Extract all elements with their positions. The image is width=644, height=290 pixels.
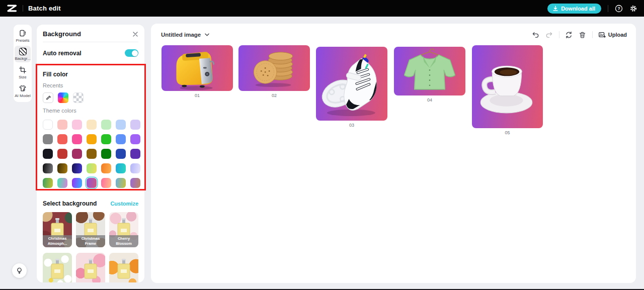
theme-color-r2-c7[interactable] [130,134,140,144]
card-gradient-background [316,47,387,121]
upload-image-icon [598,31,606,39]
toolbar-separator [559,31,559,38]
sidebar-item-label: Size [19,75,27,79]
background-presets: Christmas Atmosph...Christmas FrameCherr… [43,212,138,282]
divider [43,64,138,64]
card-label: 03 [316,123,387,128]
settings-gear-icon[interactable] [629,5,637,13]
reset-loop-icon[interactable] [565,31,573,39]
theme-color-r5-c1[interactable] [43,178,53,188]
topbar-separator [608,5,608,12]
auto-removal-toggle[interactable] [125,49,138,57]
theme-color-r2-c2[interactable] [57,134,67,144]
size-crop-icon [19,66,27,74]
undo-icon[interactable] [532,31,540,39]
theme-color-r4-c6[interactable] [116,163,126,173]
upload-button[interactable]: Upload [598,31,627,39]
download-icon [552,6,558,12]
theme-color-r2-c5[interactable] [101,134,111,144]
toggle-knob [132,50,138,56]
theme-color-r2-c6[interactable] [116,134,126,144]
app-title: Batch edit [28,5,61,12]
image-card-cookies[interactable]: 02 [238,45,310,91]
tools-sidebar: Presets Backgr... Size AI AI Model [14,25,32,102]
theme-color-r4-c1[interactable] [43,163,53,173]
theme-color-r3-c2[interactable] [57,149,67,159]
transparent-swatch[interactable] [73,92,84,103]
download-all-label: Download all [561,6,595,12]
theme-color-r2-c1[interactable] [43,134,53,144]
theme-color-r2-c4[interactable] [87,134,97,144]
fill-color-title: Fill color [43,71,138,78]
theme-color-r4-c5[interactable] [101,163,111,173]
presets-icon [19,29,27,37]
trash-icon[interactable] [579,31,587,39]
background-preset-orange-flowers[interactable] [109,253,138,282]
background-preset-christmas-frame[interactable]: Christmas Frame [76,212,105,247]
theme-color-r3-c5[interactable] [101,149,111,159]
theme-color-r1-c2[interactable] [57,120,67,130]
sidebar-item-ai-model[interactable]: AI AI Model [15,82,31,100]
theme-color-r1-c4[interactable] [87,120,97,130]
theme-color-r5-c3[interactable] [72,178,82,188]
topbar-divider [23,5,23,12]
download-all-button[interactable]: Download all [547,4,601,14]
theme-color-r1-c3[interactable] [72,120,82,130]
toolbar-separator [592,31,593,38]
sidebar-item-background[interactable]: Backgr... [15,46,31,62]
sidebar-item-presets[interactable]: Presets [15,27,31,44]
sidebar-item-label: AI Model [15,93,31,98]
svg-text:?: ? [617,6,620,11]
rainbow-gradient-swatch[interactable] [58,92,68,103]
background-preset-christmas-atmosphere[interactable]: Christmas Atmosph... [43,212,72,247]
assistant-button[interactable] [12,263,27,278]
theme-color-r4-c2[interactable] [57,163,67,173]
close-icon[interactable] [132,31,138,37]
svg-text:AI: AI [23,88,25,91]
panel-title: Background [43,30,81,38]
upload-label: Upload [608,32,627,38]
theme-color-r5-c7[interactable] [130,178,140,188]
canvas-area: Untitled image Up [151,24,636,283]
theme-color-r4-c3[interactable] [72,163,82,173]
theme-color-r1-c1[interactable] [43,120,53,130]
theme-color-r5-c2[interactable] [57,178,67,188]
theme-color-r3-c1[interactable] [43,149,53,159]
document-title-dropdown[interactable]: Untitled image [161,32,209,38]
theme-color-r3-c7[interactable] [130,149,140,159]
sidebar-item-label: Presets [16,38,29,43]
customize-link[interactable]: Customize [110,201,138,207]
theme-color-r5-c5[interactable] [101,178,111,188]
theme-color-r1-c6[interactable] [116,120,126,130]
image-card-shirt[interactable]: 04 [394,47,465,95]
background-preset-cherry-blossom[interactable]: Cherry Blossom [109,212,138,247]
help-icon[interactable]: ? [615,5,623,13]
image-card-toaster[interactable]: 01 [162,45,233,91]
image-card-coffee-cup[interactable]: 05 [472,45,543,128]
ai-model-icon: AI [19,84,27,92]
redo-icon[interactable] [545,31,553,39]
theme-color-r3-c4[interactable] [87,149,97,159]
sidebar-item-size[interactable]: Size [15,64,31,81]
theme-color-r3-c6[interactable] [116,149,126,159]
theme-color-r5-c4[interactable] [87,178,97,188]
theme-color-r1-c5[interactable] [101,120,111,130]
theme-color-r5-c6[interactable] [116,178,126,188]
background-preset-pink-flowers[interactable] [76,253,105,282]
background-preset-daisy[interactable] [43,253,72,282]
recent-swatches [43,92,138,103]
theme-color-r2-c3[interactable] [72,134,82,144]
theme-color-r4-c7[interactable] [130,163,140,173]
image-card-sneakers[interactable]: 03 [316,47,387,121]
card-label: 02 [238,93,310,98]
theme-color-r1-c7[interactable] [130,120,140,130]
card-label: 01 [162,93,233,98]
card-gradient-background [162,45,233,91]
recents-label: Recents [43,82,138,88]
select-background-title: Select background [43,200,97,207]
eyedropper-swatch[interactable] [43,92,53,103]
theme-color-r4-c4[interactable] [87,163,97,173]
background-panel: Background Auto removal Fill color Recen… [37,25,144,282]
theme-color-r3-c3[interactable] [72,149,82,159]
theme-colors-grid [43,120,138,188]
